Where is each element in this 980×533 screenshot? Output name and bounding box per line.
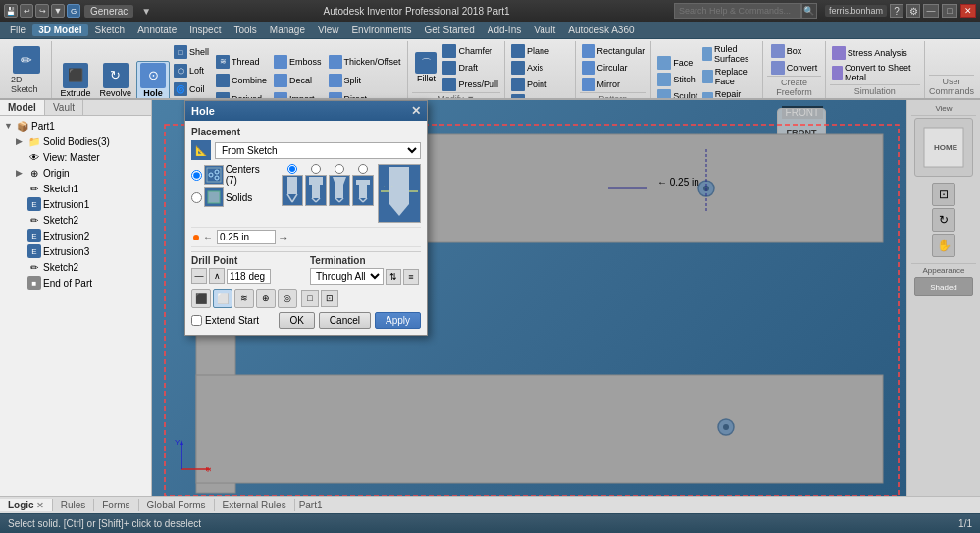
termination-type-select[interactable]: Through All Distance To Between [310,268,384,285]
solids-radio[interactable] [191,192,202,203]
apply-btn[interactable]: Apply [375,312,421,329]
mirror-btn[interactable]: Mirror [580,77,647,92]
drill-angle-input[interactable] [227,269,271,284]
stress-btn[interactable]: Stress Analysis [830,45,920,61]
tree-item-extrusion1[interactable]: E Extrusion1 [2,196,149,212]
tab-logic[interactable]: Logic ✕ [0,499,53,511]
tree-item-viewmaster[interactable]: 👁 View: Master [2,149,149,165]
ruled-btn[interactable]: Ruled Surfaces [700,43,758,65]
ucs-btn[interactable]: UCS [509,93,571,100]
hole-opt2-btn[interactable]: ⬜ [213,289,232,308]
view-home-btn[interactable]: HOME [914,118,973,177]
ok-btn[interactable]: OK [279,312,314,329]
holetype-simple-radio[interactable] [287,164,297,174]
menu-annotate[interactable]: Annotate [131,24,182,36]
rotate-btn[interactable]: ↻ [932,208,955,232]
menu-getstarted[interactable]: Get Started [419,24,481,36]
menu-manage[interactable]: Manage [264,24,311,36]
tab-logic-close[interactable]: ✕ [36,501,44,510]
search-icon[interactable]: 🔍 [801,3,817,19]
split-btn[interactable]: Split [326,72,404,89]
menu-sketch[interactable]: Sketch [89,24,131,36]
menu-file[interactable]: File [4,24,31,36]
hole-btn[interactable]: ⊙ Hole [136,61,170,100]
point-btn[interactable]: Point [509,77,571,92]
pan-btn[interactable]: ✋ [932,234,955,257]
menu-vault[interactable]: Vault [528,24,561,36]
termination-flip-btn[interactable]: ⇅ [386,269,401,285]
drillpoint-angled-btn[interactable]: ∧ [209,268,225,284]
close-btn[interactable]: ✕ [960,4,976,18]
combine-btn[interactable]: Combine [213,72,270,89]
face-btn[interactable]: Face [655,55,699,71]
rectangular-btn[interactable]: Rectangular [580,43,647,59]
dialog-close-btn[interactable]: ✕ [411,104,421,118]
tab-model[interactable]: Model [0,100,45,115]
axis-btn[interactable]: Axis [509,60,571,76]
hole-opt3-btn[interactable]: ≋ [234,289,254,308]
repairbodies-btn[interactable]: Repair Bodies [700,88,758,100]
menu-environments[interactable]: Environments [345,24,417,36]
tree-item-part1[interactable]: ▼ 📦 Part1 [2,118,149,133]
hole-opt1-btn[interactable]: ⬛ [191,289,211,308]
hole-opt4-btn[interactable]: ⊕ [256,289,276,308]
tree-item-sketch1[interactable]: ✏ Sketch1 [2,181,149,196]
thread-btn[interactable]: ≋ Thread [213,53,270,71]
tree-item-extrusion2[interactable]: E Extrusion2 [2,228,149,243]
stitch-btn[interactable]: Stitch [655,72,699,87]
menu-tools[interactable]: Tools [228,24,262,36]
circular-btn[interactable]: Circular [580,60,647,76]
rules-tree-item[interactable]: Part1 [299,500,323,510]
menu-inspect[interactable]: Inspect [183,24,227,36]
menu-a360[interactable]: Autodesk A360 [562,24,640,36]
replaceface-btn[interactable]: Replace Face [700,66,758,87]
box-btn[interactable]: Box [769,43,820,59]
hole-extra2-btn[interactable]: ⊡ [321,290,338,307]
menu-addins[interactable]: Add-Ins [482,24,527,36]
coil-btn[interactable]: 🌀 Coil [171,80,212,98]
maximize-btn[interactable]: □ [942,4,957,18]
drillpoint-flat-btn[interactable]: — [191,268,207,284]
settings-icon[interactable]: ⚙ [906,4,920,18]
tab-vault[interactable]: Vault [45,100,83,115]
zoom-fit-btn[interactable]: ⊡ [932,183,955,206]
emboss-btn[interactable]: Emboss [271,53,325,71]
hole-extra1-btn[interactable]: □ [301,290,319,307]
fillet-btn[interactable]: ⌒ Fillet [412,51,439,84]
shell-btn[interactable]: □ Shell [171,43,212,61]
tab-externalrules[interactable]: External Rules [215,499,295,511]
undo-icon[interactable]: ↩ [20,4,33,18]
menu-3dmodel[interactable]: 3D Model [32,24,87,36]
2dsketch-btn[interactable]: ✏ 2D Sketch [6,43,47,97]
help-icon[interactable]: ? [890,4,903,18]
derived-btn[interactable]: Derived [213,90,270,101]
decal-btn[interactable]: Decal [271,72,325,89]
loft-btn[interactable]: ⬡ Loft [171,62,212,80]
centers-radio[interactable] [191,170,202,181]
tree-item-solidbodies[interactable]: ▶ 📁 Solid Bodies(3) [2,133,149,149]
tree-item-sketch2b[interactable]: ✏ Sketch2 [2,259,149,275]
termination-sym-btn[interactable]: ≡ [403,269,419,285]
plane-btn[interactable]: Plane [509,43,571,59]
placement-type-select[interactable]: From Sketch Concentric On Point By Refer… [215,142,421,159]
extrude-btn[interactable]: ⬛ Extrude [56,61,94,100]
sculpt-btn[interactable]: Sculpt [655,88,699,100]
presspull-btn[interactable]: Press/Pull [440,77,500,92]
converttosheetmetal-btn[interactable]: Convert to Sheet Metal [830,62,920,83]
convert-freeform-btn[interactable]: Convert [769,60,820,76]
hole-opt5-btn[interactable]: ◎ [278,289,297,308]
cancel-btn[interactable]: Cancel [319,312,371,329]
app-icon[interactable]: G [67,4,80,18]
tab-forms[interactable]: Forms [94,499,138,511]
direct-btn[interactable]: Direct [326,90,404,101]
hole-diameter-input[interactable] [217,230,276,244]
redo-icon[interactable]: ↪ [35,4,49,18]
thicken-btn[interactable]: Thicken/Offset [326,53,404,71]
tree-item-origin[interactable]: ▶ ⊕ Origin [2,165,149,181]
user-name[interactable]: ferris.bonham [825,5,887,17]
tree-item-endofpart[interactable]: ■ End of Part [2,275,149,291]
more-icon[interactable]: ▼ [51,4,65,18]
minimize-btn[interactable]: — [923,4,939,18]
draft-btn[interactable]: Draft [440,60,500,76]
holetype-csink-radio[interactable] [335,164,344,174]
